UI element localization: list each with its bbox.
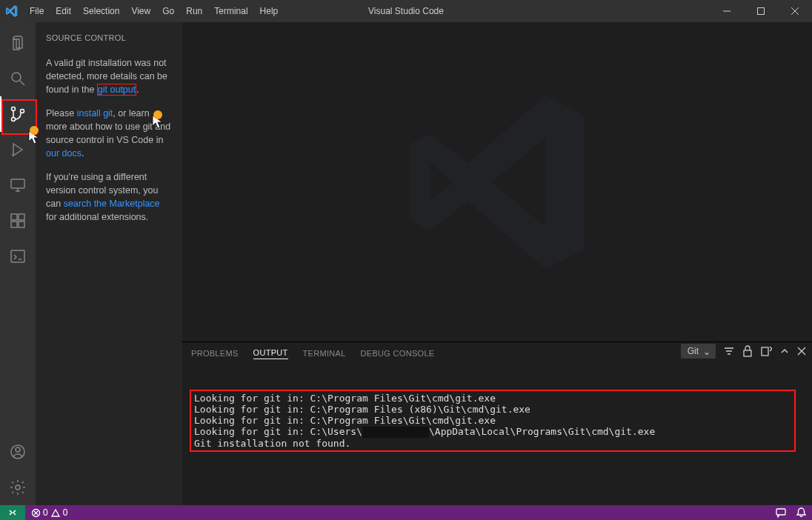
notifications-bell-icon[interactable] — [796, 507, 806, 518]
text: Please — [46, 108, 77, 119]
text: for additional extensions. — [46, 212, 148, 222]
output-filter-icon[interactable] — [723, 345, 735, 357]
tab-terminal[interactable]: TERMINAL — [303, 349, 346, 358]
scm-message-1: A valid git installation was not detecte… — [46, 56, 172, 96]
settings-gear-icon[interactable] — [0, 470, 36, 505]
svg-rect-10 — [19, 214, 24, 220]
menu-help[interactable]: Help — [254, 0, 284, 22]
output-lock-icon[interactable] — [742, 345, 753, 357]
source-control-icon[interactable] — [0, 96, 36, 132]
titlebar: File Edit Selection View Go Run Terminal… — [0, 0, 812, 22]
svg-point-5 — [11, 153, 14, 156]
dropdown-value: Git — [688, 346, 699, 356]
text: . — [136, 84, 139, 95]
tab-problems[interactable]: PROBLEMS — [191, 349, 239, 358]
output-channel-dropdown[interactable]: Git ⌄ — [681, 344, 716, 359]
status-bar: 0 0 — [0, 505, 812, 520]
menu-run[interactable]: Run — [180, 0, 208, 22]
tab-debug-console[interactable]: DEBUG CONSOLE — [361, 349, 435, 358]
chevron-down-icon: ⌄ — [703, 347, 710, 357]
close-button[interactable] — [778, 0, 812, 22]
our-docs-link[interactable]: our docs — [46, 148, 81, 159]
output-body[interactable]: Looking for git in: C:\Program Files\Git… — [182, 364, 812, 505]
search-marketplace-link[interactable]: search the Marketplace — [64, 199, 160, 209]
svg-rect-7 — [11, 214, 17, 220]
explorer-icon[interactable] — [0, 25, 36, 61]
menu-view[interactable]: View — [125, 0, 156, 22]
menu-edit[interactable]: Edit — [50, 0, 77, 22]
git-output-lines: Looking for git in: C:\Program Files\Git… — [190, 390, 796, 452]
activity-bar — [0, 22, 36, 505]
menu-terminal[interactable]: Terminal — [208, 0, 253, 22]
panel: PROBLEMS OUTPUT TERMINAL DEBUG CONSOLE G… — [182, 341, 812, 505]
close-panel-icon[interactable] — [797, 347, 806, 356]
maximize-button[interactable] — [744, 0, 778, 22]
svg-rect-8 — [11, 221, 17, 227]
vscode-watermark-icon — [401, 86, 593, 279]
sidebar-source-control: SOURCE CONTROL A valid git installation … — [36, 22, 182, 505]
accounts-icon[interactable] — [0, 434, 36, 470]
svg-rect-11 — [11, 250, 24, 262]
svg-point-2 — [12, 107, 16, 111]
terminal-side-icon[interactable] — [0, 239, 36, 274]
main-menu: File Edit Selection View Go Run Terminal… — [24, 0, 284, 22]
scm-message-3: If you're using a different version cont… — [46, 170, 172, 224]
clear-output-icon[interactable] — [760, 345, 772, 357]
svg-point-3 — [12, 118, 16, 121]
svg-point-14 — [16, 485, 20, 490]
remote-indicator[interactable] — [0, 505, 25, 520]
svg-rect-18 — [776, 509, 785, 515]
editor-blank — [182, 22, 812, 341]
run-debug-icon[interactable] — [0, 132, 36, 167]
git-output-link[interactable]: git output — [97, 84, 136, 96]
feedback-icon[interactable] — [776, 507, 786, 518]
minimize-button[interactable] — [710, 0, 744, 22]
text: . — [81, 148, 84, 159]
menu-go[interactable]: Go — [156, 0, 180, 22]
svg-rect-0 — [758, 8, 765, 15]
remote-explorer-icon[interactable] — [0, 167, 36, 203]
svg-point-4 — [21, 110, 24, 113]
svg-point-13 — [16, 447, 20, 452]
svg-rect-6 — [11, 179, 24, 188]
maximize-panel-icon[interactable] — [779, 346, 790, 356]
tab-output[interactable]: OUTPUT — [253, 348, 288, 359]
menu-selection[interactable]: Selection — [77, 0, 125, 22]
vscode-logo-icon — [0, 5, 24, 17]
menu-file[interactable]: File — [24, 0, 50, 22]
svg-rect-9 — [19, 221, 24, 227]
search-icon[interactable] — [0, 61, 36, 96]
svg-rect-15 — [744, 350, 751, 356]
error-count: 0 — [43, 507, 48, 518]
scm-message-2: Please install git, or learn more about … — [46, 107, 172, 160]
problems-status[interactable]: 0 0 — [31, 507, 67, 518]
svg-rect-16 — [762, 347, 768, 356]
warning-count: 0 — [63, 507, 68, 518]
editor-area: PROBLEMS OUTPUT TERMINAL DEBUG CONSOLE G… — [182, 22, 812, 505]
install-git-link[interactable]: install git — [77, 108, 113, 119]
extensions-icon[interactable] — [0, 203, 36, 239]
svg-point-1 — [12, 73, 21, 81]
sidebar-title: SOURCE CONTROL — [46, 31, 172, 44]
